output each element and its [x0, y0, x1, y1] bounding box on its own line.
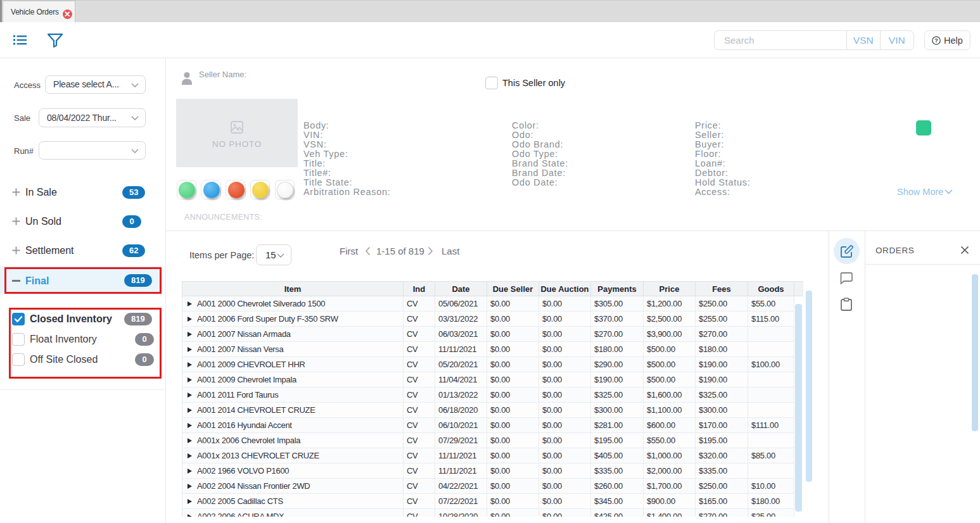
svg-text:?: ? — [934, 37, 938, 44]
